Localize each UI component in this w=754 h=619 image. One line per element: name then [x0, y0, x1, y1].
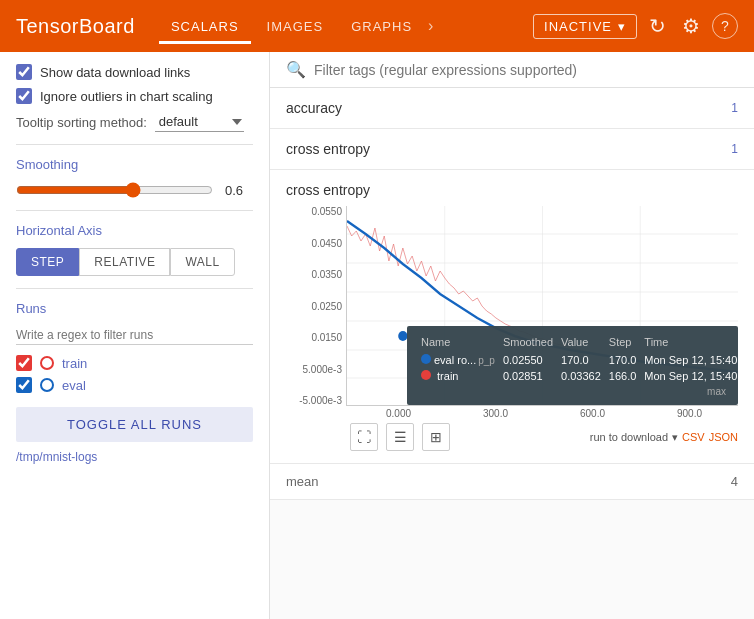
run-eval-circle	[40, 378, 54, 392]
nav-scalars[interactable]: SCALARS	[159, 13, 251, 40]
y-label-5: 0.0350	[311, 269, 342, 280]
extra-tags: mean 4	[270, 464, 754, 500]
tooltip-train-time: Mon Sep 12, 15:40:40	[642, 368, 738, 384]
ignore-outliers-row: Ignore outliers in chart scaling	[16, 88, 253, 104]
tooltip-train-name: train	[419, 368, 501, 384]
search-icon: 🔍	[286, 60, 306, 79]
run-to-download: run to download ▾ CSV JSON	[590, 431, 738, 444]
tooltip-train-value: 0.03362	[559, 368, 607, 384]
tooltip-header-smoothed: Smoothed	[501, 334, 559, 352]
run-to-download-label: run to download	[590, 431, 668, 443]
tag-accuracy-name: accuracy	[286, 100, 342, 116]
axis-buttons-group: STEP RELATIVE WALL	[16, 248, 253, 276]
tooltip-row-train: train 0.02851 0.03362 166.0 Mon Sep 12, …	[419, 368, 738, 384]
chart-plot[interactable]: Name Smoothed Value Step Time Relative	[346, 206, 738, 406]
tag-row-mean[interactable]: mean 4	[270, 464, 754, 500]
tooltip-train-step: 166.0	[607, 368, 643, 384]
tag-row-accuracy[interactable]: accuracy 1	[270, 88, 754, 129]
nav-graphs[interactable]: GRAPHS	[339, 13, 424, 40]
tooltip-eval-step: 170.0	[607, 352, 643, 368]
nav-images[interactable]: IMAGES	[255, 13, 336, 40]
runs-filter-input[interactable]	[16, 326, 253, 345]
x-axis: 0.000 300.0 600.0 900.0	[286, 408, 738, 419]
refresh-icon[interactable]: ↻	[645, 10, 670, 42]
chart-fit-button[interactable]: ⊞	[422, 423, 450, 451]
settings-icon[interactable]: ⚙	[678, 10, 704, 42]
tag-mean-name: mean	[286, 474, 319, 489]
run-train-circle	[40, 356, 54, 370]
axis-wall-button[interactable]: WALL	[170, 248, 234, 276]
chart-container: cross entropy 0.0550 0.0450 0.0350 0.025…	[270, 170, 754, 464]
tooltip-eval-time: Mon Sep 12, 15:40:41	[642, 352, 738, 368]
tooltip-train-smoothed: 0.02851	[501, 368, 559, 384]
main-nav: SCALARS IMAGES GRAPHS ›	[159, 13, 509, 40]
chart-pan-button[interactable]: ☰	[386, 423, 414, 451]
run-train-checkbox[interactable]	[16, 355, 32, 371]
dropdown-arrow-icon: ▾	[618, 19, 626, 34]
smoothing-title: Smoothing	[16, 157, 253, 172]
chart-title: cross entropy	[286, 182, 738, 198]
tooltip-eval-value: 170.0	[559, 352, 607, 368]
tooltip-header-name: Name	[419, 334, 501, 352]
y-label-4: 0.0250	[311, 301, 342, 312]
tooltip-eval-name: eval ro...p_p	[419, 352, 501, 368]
smoothing-section: Smoothing 0.6	[16, 157, 253, 198]
x-label-3: 900.0	[677, 408, 702, 419]
horizontal-axis-title: Horizontal Axis	[16, 223, 253, 238]
run-row-eval: eval	[16, 377, 253, 393]
tooltip-header-time: Time	[642, 334, 738, 352]
run-train-label[interactable]: train	[62, 356, 87, 371]
search-bar: 🔍	[270, 52, 754, 88]
options-section: Show data download links Ignore outliers…	[16, 64, 253, 132]
toggle-all-runs-button[interactable]: TOGGLE ALL RUNS	[16, 407, 253, 442]
smoothing-row: 0.6	[16, 182, 253, 198]
smoothing-value: 0.6	[225, 183, 253, 198]
tag-row-cross-entropy[interactable]: cross entropy 1	[270, 129, 754, 170]
tag-cross-entropy-name: cross entropy	[286, 141, 370, 157]
tooltip-header-value: Value	[559, 334, 607, 352]
y-label-3: 0.0150	[311, 332, 342, 343]
horizontal-axis-section: Horizontal Axis STEP RELATIVE WALL	[16, 223, 253, 276]
header-right: INACTIVE ▾ ↻ ⚙ ?	[533, 10, 738, 42]
tooltip-eval-dot	[421, 354, 431, 364]
tooltip-train-dot	[421, 370, 431, 380]
nav-more-arrow[interactable]: ›	[428, 17, 433, 35]
runs-section: Runs train eval TOGGLE ALL RUNS /tmp/mni…	[16, 301, 253, 464]
x-label-2: 600.0	[580, 408, 605, 419]
tooltip-sorting-row: Tooltip sorting method: default descendi…	[16, 112, 253, 132]
help-icon[interactable]: ?	[712, 13, 738, 39]
log-path: /tmp/mnist-logs	[16, 450, 253, 464]
tooltip-sorting-select[interactable]: default descending ascending nearest	[155, 112, 244, 132]
json-download-link[interactable]: JSON	[709, 431, 738, 443]
runs-title: Runs	[16, 301, 253, 316]
csv-download-link[interactable]: CSV	[682, 431, 705, 443]
tag-cross-entropy-count: 1	[731, 142, 738, 156]
divider-2	[16, 210, 253, 211]
tooltip-sorting-label: Tooltip sorting method:	[16, 115, 147, 130]
smoothing-slider[interactable]	[16, 182, 213, 198]
divider-1	[16, 144, 253, 145]
show-download-links-checkbox[interactable]	[16, 64, 32, 80]
search-input[interactable]	[314, 62, 738, 78]
run-eval-label[interactable]: eval	[62, 378, 86, 393]
ignore-outliers-checkbox[interactable]	[16, 88, 32, 104]
show-download-links-row: Show data download links	[16, 64, 253, 80]
run-eval-checkbox[interactable]	[16, 377, 32, 393]
tooltip-row-eval: eval ro...p_p 0.02550 170.0 170.0 Mon Se…	[419, 352, 738, 368]
tag-accuracy-count: 1	[731, 101, 738, 115]
y-axis: 0.0550 0.0450 0.0350 0.0250 0.0150 5.000…	[286, 206, 346, 406]
axis-relative-button[interactable]: RELATIVE	[79, 248, 170, 276]
axis-step-button[interactable]: STEP	[16, 248, 79, 276]
y-label-7: 0.0550	[311, 206, 342, 217]
divider-3	[16, 288, 253, 289]
chart-tools: ⛶ ☰ ⊞ run to download ▾ CSV JSON	[286, 423, 738, 451]
chart-zoom-button[interactable]: ⛶	[350, 423, 378, 451]
status-dropdown[interactable]: INACTIVE ▾	[533, 14, 637, 39]
sidebar: Show data download links Ignore outliers…	[0, 52, 270, 619]
tooltip-eval-smoothed: 0.02550	[501, 352, 559, 368]
app-logo: TensorBoard	[16, 15, 135, 38]
show-download-links-label: Show data download links	[40, 65, 190, 80]
tooltip-overlay: Name Smoothed Value Step Time Relative	[407, 326, 738, 405]
tooltip-max-label: max	[419, 386, 726, 397]
header: TensorBoard SCALARS IMAGES GRAPHS › INAC…	[0, 0, 754, 52]
